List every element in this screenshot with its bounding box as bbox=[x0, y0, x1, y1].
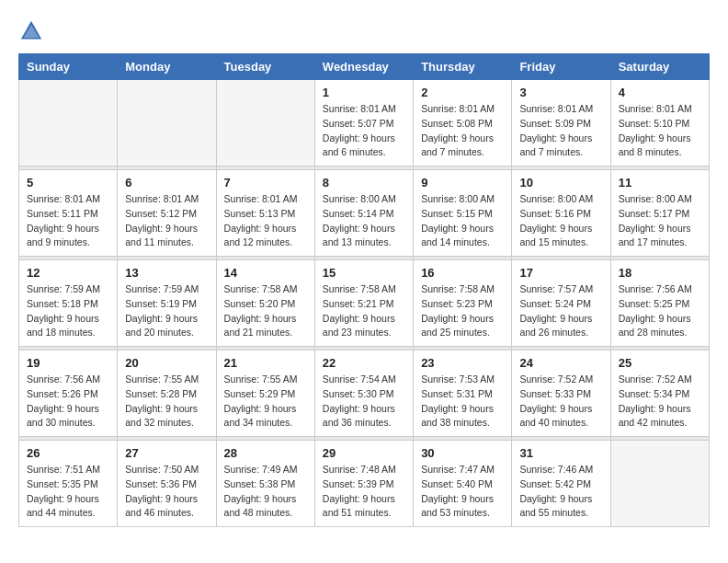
day-number: 18 bbox=[619, 266, 701, 280]
calendar-cell: 10Sunrise: 8:00 AM Sunset: 5:16 PM Dayli… bbox=[512, 170, 610, 257]
day-info: Sunrise: 8:00 AM Sunset: 5:16 PM Dayligh… bbox=[519, 192, 602, 250]
day-number: 31 bbox=[519, 446, 602, 460]
weekday-header-sunday: Sunday bbox=[19, 54, 118, 80]
calendar-cell: 12Sunrise: 7:59 AM Sunset: 5:18 PM Dayli… bbox=[19, 260, 118, 347]
calendar-cell: 27Sunrise: 7:50 AM Sunset: 5:36 PM Dayli… bbox=[118, 441, 216, 527]
calendar-header-row: SundayMondayTuesdayWednesdayThursdayFrid… bbox=[19, 54, 710, 80]
calendar-cell: 20Sunrise: 7:55 AM Sunset: 5:28 PM Dayli… bbox=[118, 350, 216, 437]
day-info: Sunrise: 7:58 AM Sunset: 5:23 PM Dayligh… bbox=[421, 282, 504, 340]
calendar-cell: 1Sunrise: 8:01 AM Sunset: 5:07 PM Daylig… bbox=[314, 80, 413, 167]
calendar-cell: 29Sunrise: 7:48 AM Sunset: 5:39 PM Dayli… bbox=[314, 441, 413, 527]
day-info: Sunrise: 7:57 AM Sunset: 5:24 PM Dayligh… bbox=[519, 282, 602, 340]
day-number: 24 bbox=[519, 356, 602, 370]
day-info: Sunrise: 7:53 AM Sunset: 5:31 PM Dayligh… bbox=[421, 373, 504, 431]
day-info: Sunrise: 7:55 AM Sunset: 5:29 PM Dayligh… bbox=[224, 373, 307, 431]
calendar-cell: 2Sunrise: 8:01 AM Sunset: 5:08 PM Daylig… bbox=[414, 80, 512, 167]
day-info: Sunrise: 8:00 AM Sunset: 5:14 PM Dayligh… bbox=[323, 192, 405, 250]
day-info: Sunrise: 7:58 AM Sunset: 5:20 PM Dayligh… bbox=[224, 282, 307, 340]
calendar-cell: 9Sunrise: 8:00 AM Sunset: 5:15 PM Daylig… bbox=[414, 170, 512, 257]
calendar-cell: 24Sunrise: 7:52 AM Sunset: 5:33 PM Dayli… bbox=[512, 350, 610, 437]
day-number: 15 bbox=[323, 266, 405, 280]
day-info: Sunrise: 7:48 AM Sunset: 5:39 PM Dayligh… bbox=[323, 463, 405, 521]
calendar-cell bbox=[610, 441, 709, 527]
generalblue-logo-icon bbox=[18, 18, 44, 44]
day-info: Sunrise: 8:01 AM Sunset: 5:09 PM Dayligh… bbox=[519, 102, 602, 160]
calendar-cell: 14Sunrise: 7:58 AM Sunset: 5:20 PM Dayli… bbox=[216, 260, 314, 347]
day-info: Sunrise: 7:59 AM Sunset: 5:19 PM Dayligh… bbox=[125, 282, 208, 340]
day-info: Sunrise: 8:00 AM Sunset: 5:17 PM Dayligh… bbox=[619, 192, 701, 250]
calendar-cell: 22Sunrise: 7:54 AM Sunset: 5:30 PM Dayli… bbox=[314, 350, 413, 437]
weekday-header-thursday: Thursday bbox=[414, 54, 512, 80]
day-info: Sunrise: 7:59 AM Sunset: 5:18 PM Dayligh… bbox=[27, 282, 109, 340]
page-header bbox=[18, 18, 710, 44]
logo bbox=[18, 18, 48, 44]
day-number: 26 bbox=[27, 446, 109, 460]
calendar-cell: 28Sunrise: 7:49 AM Sunset: 5:38 PM Dayli… bbox=[216, 441, 314, 527]
day-number: 3 bbox=[519, 86, 602, 99]
day-number: 28 bbox=[224, 446, 307, 460]
day-number: 1 bbox=[323, 86, 405, 99]
day-number: 9 bbox=[421, 176, 504, 190]
calendar-cell: 11Sunrise: 8:00 AM Sunset: 5:17 PM Dayli… bbox=[610, 170, 709, 257]
day-number: 13 bbox=[125, 266, 208, 280]
calendar-cell: 3Sunrise: 8:01 AM Sunset: 5:09 PM Daylig… bbox=[512, 80, 610, 167]
calendar-cell: 31Sunrise: 7:46 AM Sunset: 5:42 PM Dayli… bbox=[512, 441, 610, 527]
day-number: 10 bbox=[519, 176, 602, 190]
day-info: Sunrise: 8:01 AM Sunset: 5:11 PM Dayligh… bbox=[27, 192, 109, 250]
calendar-table: SundayMondayTuesdayWednesdayThursdayFrid… bbox=[18, 53, 710, 527]
day-info: Sunrise: 7:52 AM Sunset: 5:33 PM Dayligh… bbox=[519, 373, 602, 431]
day-info: Sunrise: 7:49 AM Sunset: 5:38 PM Dayligh… bbox=[224, 463, 307, 521]
day-number: 4 bbox=[619, 86, 701, 99]
day-number: 17 bbox=[519, 266, 602, 280]
calendar-cell: 18Sunrise: 7:56 AM Sunset: 5:25 PM Dayli… bbox=[610, 260, 709, 347]
calendar-week-row: 1Sunrise: 8:01 AM Sunset: 5:07 PM Daylig… bbox=[19, 80, 710, 167]
calendar-cell bbox=[216, 80, 314, 167]
calendar-cell bbox=[19, 80, 118, 167]
day-info: Sunrise: 7:56 AM Sunset: 5:25 PM Dayligh… bbox=[619, 282, 701, 340]
day-info: Sunrise: 7:56 AM Sunset: 5:26 PM Dayligh… bbox=[27, 373, 109, 431]
day-info: Sunrise: 8:01 AM Sunset: 5:10 PM Dayligh… bbox=[619, 102, 701, 160]
day-number: 27 bbox=[125, 446, 208, 460]
day-info: Sunrise: 8:00 AM Sunset: 5:15 PM Dayligh… bbox=[421, 192, 504, 250]
weekday-header-wednesday: Wednesday bbox=[314, 54, 413, 80]
day-number: 12 bbox=[27, 266, 109, 280]
calendar-cell bbox=[118, 80, 216, 167]
day-info: Sunrise: 8:01 AM Sunset: 5:07 PM Dayligh… bbox=[323, 102, 405, 160]
calendar-cell: 19Sunrise: 7:56 AM Sunset: 5:26 PM Dayli… bbox=[19, 350, 118, 437]
calendar-cell: 15Sunrise: 7:58 AM Sunset: 5:21 PM Dayli… bbox=[314, 260, 413, 347]
day-info: Sunrise: 7:55 AM Sunset: 5:28 PM Dayligh… bbox=[125, 373, 208, 431]
day-number: 16 bbox=[421, 266, 504, 280]
calendar-week-row: 26Sunrise: 7:51 AM Sunset: 5:35 PM Dayli… bbox=[19, 441, 710, 527]
day-number: 25 bbox=[619, 356, 701, 370]
day-info: Sunrise: 7:50 AM Sunset: 5:36 PM Dayligh… bbox=[125, 463, 208, 521]
weekday-header-tuesday: Tuesday bbox=[216, 54, 314, 80]
weekday-header-saturday: Saturday bbox=[610, 54, 709, 80]
day-number: 29 bbox=[323, 446, 405, 460]
calendar-week-row: 19Sunrise: 7:56 AM Sunset: 5:26 PM Dayli… bbox=[19, 350, 710, 437]
calendar-cell: 13Sunrise: 7:59 AM Sunset: 5:19 PM Dayli… bbox=[118, 260, 216, 347]
day-number: 14 bbox=[224, 266, 307, 280]
day-info: Sunrise: 8:01 AM Sunset: 5:08 PM Dayligh… bbox=[421, 102, 504, 160]
calendar-cell: 26Sunrise: 7:51 AM Sunset: 5:35 PM Dayli… bbox=[19, 441, 118, 527]
day-number: 20 bbox=[125, 356, 208, 370]
calendar-cell: 4Sunrise: 8:01 AM Sunset: 5:10 PM Daylig… bbox=[610, 80, 709, 167]
weekday-header-monday: Monday bbox=[118, 54, 216, 80]
calendar-cell: 23Sunrise: 7:53 AM Sunset: 5:31 PM Dayli… bbox=[414, 350, 512, 437]
calendar-cell: 21Sunrise: 7:55 AM Sunset: 5:29 PM Dayli… bbox=[216, 350, 314, 437]
day-number: 5 bbox=[27, 176, 109, 190]
day-number: 11 bbox=[619, 176, 701, 190]
day-info: Sunrise: 8:01 AM Sunset: 5:13 PM Dayligh… bbox=[224, 192, 307, 250]
calendar-cell: 16Sunrise: 7:58 AM Sunset: 5:23 PM Dayli… bbox=[414, 260, 512, 347]
calendar-cell: 5Sunrise: 8:01 AM Sunset: 5:11 PM Daylig… bbox=[19, 170, 118, 257]
calendar-cell: 7Sunrise: 8:01 AM Sunset: 5:13 PM Daylig… bbox=[216, 170, 314, 257]
day-number: 22 bbox=[323, 356, 405, 370]
day-number: 7 bbox=[224, 176, 307, 190]
calendar-week-row: 12Sunrise: 7:59 AM Sunset: 5:18 PM Dayli… bbox=[19, 260, 710, 347]
day-number: 2 bbox=[421, 86, 504, 99]
day-info: Sunrise: 7:46 AM Sunset: 5:42 PM Dayligh… bbox=[519, 463, 602, 521]
day-info: Sunrise: 7:51 AM Sunset: 5:35 PM Dayligh… bbox=[27, 463, 109, 521]
day-number: 23 bbox=[421, 356, 504, 370]
day-number: 8 bbox=[323, 176, 405, 190]
day-info: Sunrise: 7:58 AM Sunset: 5:21 PM Dayligh… bbox=[323, 282, 405, 340]
calendar-week-row: 5Sunrise: 8:01 AM Sunset: 5:11 PM Daylig… bbox=[19, 170, 710, 257]
